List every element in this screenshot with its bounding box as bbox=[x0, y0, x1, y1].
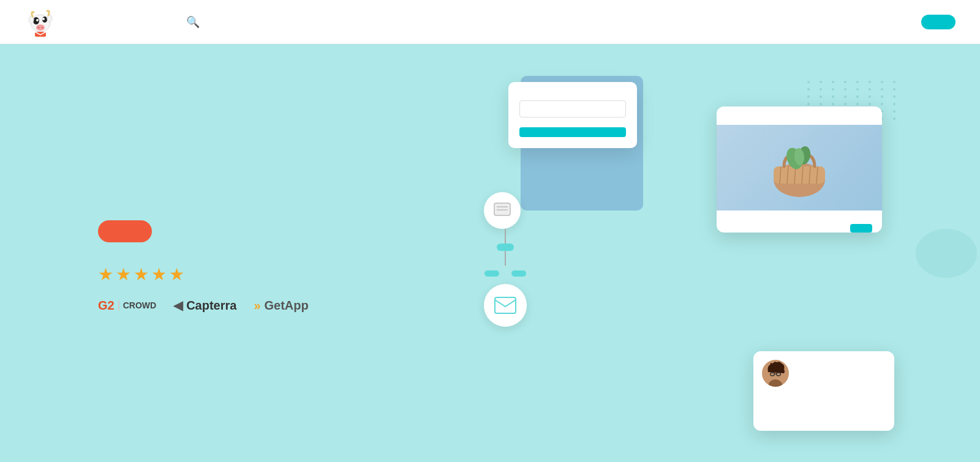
capterra-badge: ◀ Capterra bbox=[173, 298, 236, 313]
analytics-header bbox=[762, 360, 886, 387]
svg-point-6 bbox=[42, 26, 43, 28]
star-2: ★ bbox=[116, 264, 131, 285]
analytics-chart bbox=[762, 392, 886, 422]
newsletter-body bbox=[717, 211, 882, 231]
nav-right bbox=[907, 15, 956, 29]
svg-point-31 bbox=[772, 362, 778, 368]
capterra-label: Capterra bbox=[186, 299, 236, 313]
sub-form-subscribe-button[interactable] bbox=[519, 127, 626, 137]
crowd-label: CROWD bbox=[118, 300, 156, 310]
sub-form-email-input[interactable] bbox=[519, 100, 626, 117]
nav-links: 🔍 bbox=[98, 15, 907, 29]
svg-point-4 bbox=[36, 24, 45, 31]
hero-left: ★ ★ ★ ★ ★ G2 CROWD ◀ Capterra » GetApp bbox=[98, 193, 478, 313]
navbar: 🔍 bbox=[0, 0, 980, 44]
analytics-avatar bbox=[762, 360, 789, 387]
start-free-nav-button[interactable] bbox=[921, 15, 956, 29]
star-5: ★ bbox=[169, 264, 184, 285]
flow-line-2 bbox=[505, 251, 506, 266]
analytics-card bbox=[753, 351, 894, 431]
svg-point-5 bbox=[38, 26, 40, 28]
automation-flow bbox=[484, 192, 527, 327]
logo-icon bbox=[24, 6, 56, 38]
flow-yes-node bbox=[484, 270, 499, 277]
star-1: ★ bbox=[98, 264, 113, 285]
getapp-label: GetApp bbox=[265, 299, 309, 313]
svg-rect-15 bbox=[495, 297, 516, 313]
getapp-arrows-icon: » bbox=[254, 299, 260, 313]
star-rating: ★ ★ ★ ★ ★ bbox=[98, 264, 184, 285]
hero-section: const dp = document.querySelector('.dots… bbox=[0, 44, 980, 462]
flow-no-node bbox=[511, 270, 526, 277]
getapp-badge: » GetApp bbox=[254, 299, 308, 313]
newsletter-card bbox=[717, 106, 882, 233]
trust-logos: G2 CROWD ◀ Capterra » GetApp bbox=[98, 298, 478, 313]
blob-decoration bbox=[916, 229, 977, 278]
subscription-form-card bbox=[508, 82, 637, 148]
capterra-arrow-icon: ◀ bbox=[173, 298, 183, 313]
svg-point-27 bbox=[768, 379, 783, 387]
g2-logo: G2 bbox=[98, 299, 115, 313]
svg-point-8 bbox=[42, 18, 45, 20]
g2-badge: G2 CROWD bbox=[98, 299, 156, 313]
svg-point-7 bbox=[36, 19, 39, 21]
newsletter-header bbox=[717, 106, 882, 125]
newsletter-product-image bbox=[717, 125, 882, 211]
flow-email-icon bbox=[484, 284, 527, 327]
buy-now-button[interactable] bbox=[850, 224, 872, 233]
hero-right bbox=[478, 70, 907, 437]
flow-line-1 bbox=[505, 229, 506, 244]
flow-start-icon bbox=[484, 192, 521, 229]
logo-area[interactable] bbox=[24, 6, 61, 38]
svg-rect-12 bbox=[494, 203, 510, 215]
search-icon[interactable]: 🔍 bbox=[186, 15, 200, 29]
hero-reviews: ★ ★ ★ ★ ★ bbox=[98, 264, 478, 285]
hero-start-free-button[interactable] bbox=[98, 220, 152, 242]
flow-wait-node bbox=[497, 244, 514, 251]
star-4: ★ bbox=[151, 264, 167, 285]
star-3: ★ bbox=[134, 264, 149, 285]
flow-split bbox=[484, 270, 527, 277]
